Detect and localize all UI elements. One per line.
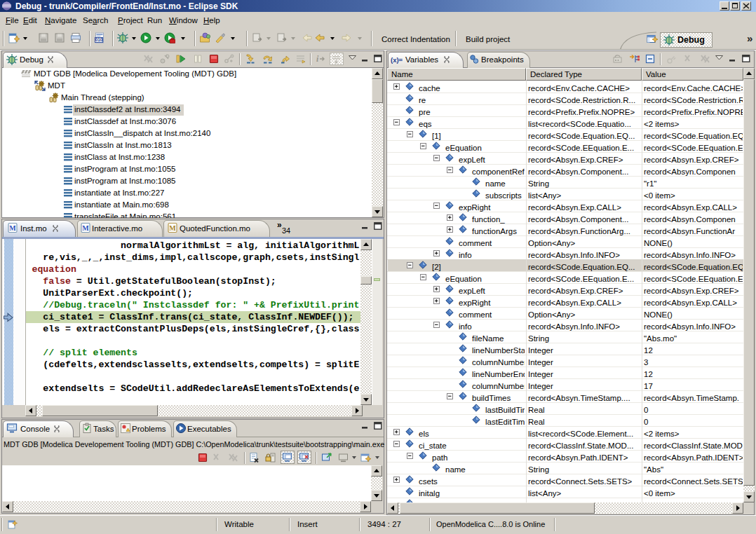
svg-text:M: M bbox=[9, 224, 16, 232]
svg-text:i: i bbox=[316, 54, 319, 64]
svg-text:(x)=: (x)= bbox=[391, 56, 403, 64]
svg-text:M: M bbox=[169, 224, 176, 232]
svg-text:M: M bbox=[82, 224, 89, 232]
svg-text:010: 010 bbox=[95, 37, 103, 42]
